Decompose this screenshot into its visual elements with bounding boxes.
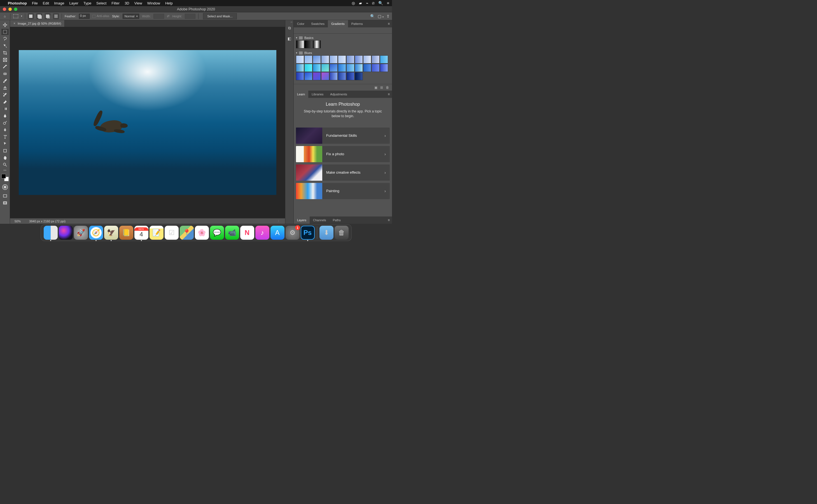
close-tab-icon[interactable]: × — [13, 22, 15, 25]
gradient-tool[interactable] — [1, 106, 9, 112]
gradient-swatch[interactable] — [296, 55, 304, 63]
panel-menu-icon[interactable]: ≡ — [386, 92, 392, 96]
quick-select-tool[interactable] — [1, 43, 9, 49]
dock-trash[interactable]: 🗑 — [335, 226, 349, 240]
gradient-swatch[interactable] — [338, 72, 346, 80]
chevron-down-icon[interactable]: ▾ — [296, 51, 297, 54]
chat-icon[interactable]: ▰ — [359, 1, 362, 5]
app-menu[interactable]: Photoshop — [8, 1, 27, 5]
dock-system-preferences[interactable]: ⚙1 — [286, 226, 300, 240]
subtract-selection-button[interactable] — [45, 13, 50, 19]
gradient-swatch[interactable] — [296, 40, 304, 48]
share-icon[interactable]: ⇪ — [386, 14, 390, 18]
type-tool[interactable] — [1, 134, 9, 140]
dock-maps[interactable]: 📍 — [180, 226, 194, 240]
learn-item[interactable]: Make creative effects› — [296, 164, 390, 181]
spotlight-icon[interactable]: 🔍 — [378, 1, 383, 5]
dock-siri[interactable] — [59, 226, 73, 240]
dock-contacts[interactable]: 📒 — [119, 226, 133, 240]
tab-libraries[interactable]: Libraries — [308, 91, 327, 98]
search-icon[interactable]: 🔍 — [370, 14, 375, 18]
zoom-tool[interactable] — [1, 162, 9, 168]
home-icon[interactable]: ⌂ — [2, 14, 7, 19]
add-selection-button[interactable] — [36, 13, 42, 19]
gradient-swatch[interactable] — [346, 55, 355, 63]
quick-mask-button[interactable] — [2, 184, 8, 190]
gradient-swatch[interactable] — [313, 64, 321, 72]
gradient-swatch[interactable] — [380, 55, 388, 63]
properties-panel-icon[interactable]: ◧ — [287, 36, 292, 41]
menu-view[interactable]: View — [134, 1, 142, 5]
dock-appstore[interactable]: A — [271, 226, 285, 240]
gradient-swatch[interactable] — [330, 72, 338, 80]
delete-icon[interactable]: 🗑 — [386, 86, 389, 90]
tab-paths[interactable]: Paths — [330, 216, 344, 224]
chevron-down-icon[interactable]: ▾ — [296, 36, 297, 39]
learn-item[interactable]: Painting› — [296, 183, 390, 199]
gradient-swatch[interactable] — [313, 40, 321, 48]
eraser-tool[interactable] — [1, 99, 9, 105]
eyedropper-tool[interactable] — [1, 64, 9, 70]
history-panel-icon[interactable]: ⧉ — [287, 25, 292, 31]
menu-3d[interactable]: 3D — [124, 1, 129, 5]
dock-photoshop[interactable]: Ps — [301, 226, 315, 240]
gradient-group-label[interactable]: Blues — [304, 51, 312, 55]
blur-tool[interactable] — [1, 113, 9, 119]
zoom-readout[interactable]: 50% — [15, 220, 21, 223]
gradient-group-label[interactable]: Basics — [304, 36, 313, 39]
edit-toolbar-button[interactable]: ••• — [3, 169, 6, 172]
gradient-swatch[interactable] — [355, 55, 363, 63]
tab-swatches[interactable]: Swatches — [308, 20, 328, 27]
tool-icon[interactable]: ⌁ — [366, 1, 368, 5]
dock-reminders[interactable]: ☑ — [164, 226, 178, 240]
select-and-mask-button[interactable]: Select and Mask... — [203, 13, 237, 19]
status-menu-icon[interactable]: 〉 — [278, 219, 281, 223]
gradient-swatch[interactable] — [304, 72, 313, 80]
gradient-swatch[interactable] — [321, 64, 329, 72]
color-swatches[interactable] — [1, 174, 9, 181]
menu-window[interactable]: Window — [147, 1, 160, 5]
gradient-swatch[interactable] — [372, 64, 380, 72]
document-tab[interactable]: × Image_27.jpg @ 50% (RGB/8#) — [10, 20, 65, 27]
dock-notes[interactable]: 📝 — [149, 226, 163, 240]
feather-input[interactable]: 0 px — [79, 14, 90, 19]
learn-item[interactable]: Fundamental Skills› — [296, 128, 390, 144]
healing-brush-tool[interactable] — [1, 71, 9, 77]
cc-icon[interactable]: ◎ — [352, 1, 355, 5]
menu-help[interactable]: Help — [165, 1, 173, 5]
gradient-swatch[interactable] — [304, 40, 313, 48]
gradient-swatch[interactable] — [346, 64, 355, 72]
frame-tool[interactable] — [1, 57, 9, 63]
new-group-icon[interactable]: ▣ — [374, 86, 377, 90]
gradient-swatch[interactable] — [380, 64, 388, 72]
gradient-swatch[interactable] — [330, 55, 338, 63]
menu-type[interactable]: Type — [83, 1, 91, 5]
gradient-swatch[interactable] — [296, 72, 304, 80]
tab-channels[interactable]: Channels — [310, 216, 329, 224]
gradient-swatch[interactable] — [296, 64, 304, 72]
tab-patterns[interactable]: Patterns — [348, 20, 366, 27]
gradient-swatch[interactable] — [304, 64, 313, 72]
menu-file[interactable]: File — [32, 1, 38, 5]
dock-messages[interactable]: 💬 — [210, 226, 224, 240]
gradient-swatch[interactable] — [338, 55, 346, 63]
menu-layer[interactable]: Layer — [69, 1, 78, 5]
learn-item[interactable]: Fix a photo› — [296, 146, 390, 162]
new-selection-button[interactable] — [28, 13, 34, 19]
gradient-swatch[interactable] — [304, 55, 313, 63]
clone-stamp-tool[interactable] — [1, 85, 9, 91]
menu-filter[interactable]: Filter — [111, 1, 119, 5]
workspace-icon[interactable]: ▢ ▾ — [378, 14, 384, 18]
tab-color[interactable]: Color — [294, 20, 308, 27]
dock-music[interactable]: ♪ — [255, 226, 269, 240]
crop-tool[interactable] — [1, 50, 9, 56]
new-item-icon[interactable]: ⊞ — [380, 86, 383, 90]
dock-launchpad[interactable]: 🚀 — [74, 226, 88, 240]
gradient-swatch[interactable] — [372, 55, 380, 63]
marquee-preset-icon[interactable] — [13, 14, 18, 18]
control-center-icon[interactable]: ≡ — [387, 1, 389, 5]
panel-menu-icon[interactable]: ≡ — [386, 218, 392, 222]
gradient-swatch[interactable] — [363, 64, 371, 72]
gradient-swatch[interactable] — [363, 55, 371, 63]
move-tool[interactable] — [1, 22, 9, 28]
